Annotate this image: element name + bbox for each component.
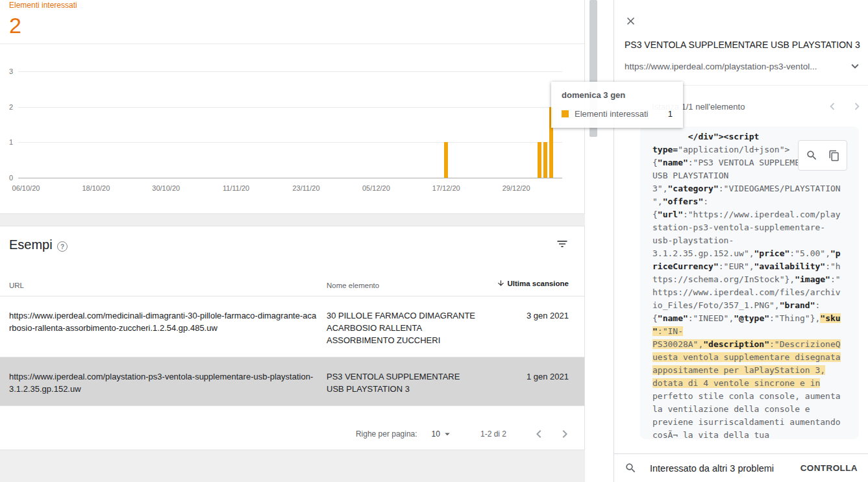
x-axis-tick-label: 18/10/20 [75,184,117,192]
chart-gridline [18,107,562,108]
copy-icon[interactable] [828,150,840,162]
row-date-cell: 3 gen 2021 [476,309,569,322]
code-segment: { [652,210,658,219]
table-row[interactable]: https://www.iperdeal.com/playstation-ps3… [0,357,584,406]
code-segment: :"Thing"}, [769,313,820,323]
panel-url-row[interactable]: https://www.iperdeal.com/playstation-ps3… [625,59,862,73]
help-icon[interactable]: ? [57,241,68,252]
code-segment: "p [830,248,841,258]
examples-card: Esempi ? URL Nome elemento Ultima scansi… [0,226,585,450]
chevron-down-icon [848,59,862,73]
instance-next-icon[interactable] [850,99,864,114]
caret-down-icon [441,428,453,440]
rows-per-page-select[interactable]: 10 [432,428,453,440]
filter-icon[interactable] [556,237,569,250]
code-line: io_Files/Foto/357_1.PNG","brand": [652,299,859,312]
code-segment: "category" [667,184,718,193]
code-segment: USB PLAYSTATION [652,171,728,180]
y-axis-tick-label: 2 [0,103,13,111]
code-segment: dotata di 4 ventole sincrone e in [652,378,820,388]
code-segment: :"https://www.iperdeal.com/play [683,210,841,219]
chart-bar[interactable] [538,142,541,178]
code-line: cosÃ¬ la vita della tua [652,429,859,439]
y-axis-tick-label: 1 [0,138,13,146]
metric-value: 2 [9,13,77,38]
code-segment: previene isurriscaldamenti aumentando [652,417,841,427]
code-segment: io_Files/Foto/357_1.PNG", [652,300,780,310]
scrollbar-track [585,0,614,482]
search-in-code-icon[interactable] [806,149,818,162]
code-line: appositamente per laPlayStation 3, [652,364,859,377]
metric-elementi-interessati[interactable]: Elementi interessati 2 [9,1,77,38]
card-divider [0,43,584,44]
code-line: usb-playstation- [652,234,859,247]
code-segment: :"INEED", [688,313,734,323]
code-segment: "url" [658,210,683,219]
panel-footer: Interessato da altri 3 problemi CONTROLL… [614,453,868,482]
x-axis-tick-label: 29/12/20 [495,184,537,192]
code-segment: appositamente per laPlayStation 3, [652,365,825,375]
pagination-range: 1-2 di 2 [480,429,506,439]
code-segment: ttps://schema.org/InStock"}, [652,274,795,284]
check-button[interactable]: CONTROLLA [800,463,858,473]
row-name-cell: 30 PILLOLE FARMACO DIMAGRANTE ACARBOSIO … [327,309,476,346]
chart-tooltip: domenica 3 gen Elementi interessati 1 [551,82,683,128]
column-header-url[interactable]: URL [9,282,24,289]
rows-per-page-label: Righe per pagina: [356,429,417,439]
code-segment: la ventilazione della console e [652,404,810,414]
x-axis-tick-label: 17/12/20 [425,184,467,192]
code-segment: station-ps3-ventola-supplementare- [652,223,825,232]
code-line: dotata di 4 ventole sincrone e in [652,377,859,390]
tooltip-date: domenica 3 gen [562,90,673,100]
code-segment: type= [652,145,678,154]
related-issues-label: Interessato da altri 3 problemi [650,463,800,474]
y-axis-tick-label: 3 [0,67,13,75]
examples-title: Esempi [9,237,53,252]
code-segment: : [703,197,708,206]
code-block: </div"><scripttype="application/ld+json"… [640,127,859,439]
tooltip-value: 1 [668,109,673,119]
chart-card: Elementi interessati 2 012306/10/2018/10… [0,0,585,214]
pagination-prev-icon[interactable] [531,426,547,442]
code-segment: "@type" [734,313,769,323]
code-segment: 3.1.2.35.gp.152.uw", [652,248,754,258]
x-axis-tick-label: 30/10/20 [145,184,187,192]
pagination-next-icon[interactable] [557,426,573,442]
table-header: URL Nome elemento Ultima scansione [0,273,584,296]
code-line: ":"IN- [652,325,859,338]
code-segment: uesta ventola supplementare disegnata [652,352,841,362]
code-segment: :"5.00", [789,248,830,258]
table-row[interactable]: https://www.iperdeal.com/medicinali-dima… [0,296,584,357]
chart-gridline [18,142,562,143]
code-line: ttps://schema.org/InStock"},"image":" [652,273,859,286]
column-header-name[interactable]: Nome elemento [327,282,379,289]
column-header-last-crawl-label: Ultima scansione [507,280,569,287]
code-line: {"name":"INEED","@type":"Thing"},"sku [652,312,859,325]
code-line: USB PLAYSTATION [652,169,859,182]
detail-panel: PS3 VENTOLA SUPPLEMENTARE USB PLAYSTATIO… [614,0,868,482]
instance-prev-icon[interactable] [825,99,839,114]
code-segment: :"EUR", [719,261,754,271]
column-header-last-crawl[interactable]: Ultima scansione [497,279,569,287]
code-line: station-ps3-ventola-supplementare- [652,221,859,234]
code-segment [652,132,688,141]
metric-label: Elementi interessati [9,1,77,10]
code-segment: :"VIDEOGAMES/PLAYSTATION [719,184,841,193]
code-line: riceCurrency":"EUR","availability":"h [652,260,859,273]
code-line: previene isurriscaldamenti aumentando [652,416,859,429]
x-axis-tick-label: 23/11/20 [286,184,327,192]
close-icon[interactable] [625,15,637,27]
code-segment: https://www.iperdeal.com/files/archiv [652,287,841,297]
pagination-bar: Righe per pagina: 10 1-2 di 2 [0,418,584,450]
code-line: la ventilazione della console e [652,403,859,416]
chart-bar[interactable] [543,142,547,178]
chart-bar[interactable] [444,142,448,178]
sort-desc-icon [497,279,505,287]
code-segment: " [652,326,658,336]
code-segment: ", [652,197,663,206]
examples-rows: https://www.iperdeal.com/medicinali-dima… [0,296,584,406]
code-segment: cosÃ¬ la vita della tua [652,430,769,439]
code-segment: "description" [703,339,769,349]
x-axis-tick-label: 11/11/20 [216,184,257,192]
code-line: 3","category":"VIDEOGAMES/PLAYSTATION [652,182,859,195]
